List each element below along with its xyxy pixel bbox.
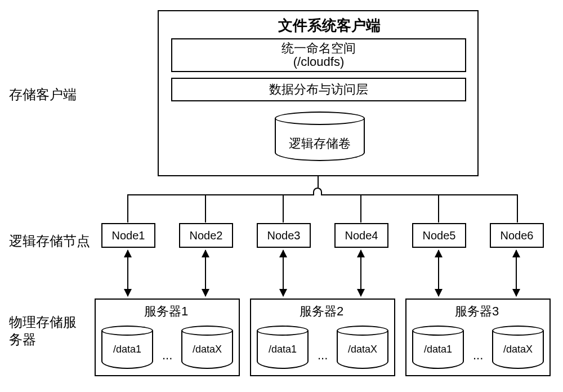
namespace-bottom: (/cloudfs) [293,55,344,69]
drop-2 [205,194,206,222]
node-5: Node5 [412,223,466,248]
drop-5 [438,194,439,222]
client-title: 文件系统客户端 [259,16,400,35]
server-3-title: 服务器3 [455,303,499,320]
node-2: Node2 [179,223,233,248]
node-3: Node3 [257,223,311,248]
arrow-4 [360,250,361,296]
logical-volume-label: 逻辑存储卷 [275,135,365,152]
logical-volume-cylinder: 逻辑存储卷 [275,112,365,162]
label-logical-node: 逻辑存储节点 [9,232,90,250]
server-2-title: 服务器2 [300,303,343,320]
arrow-5 [438,250,439,296]
bracket-stem [318,176,319,188]
data-layer-label: 数据分布与访问层 [269,81,368,98]
bracket-top-left [128,194,314,195]
bracket-top-right [322,194,518,195]
bracket-notch [313,188,322,195]
node-1: Node1 [101,223,155,248]
server-3-disk-x: /dataX [492,326,544,369]
arrow-2 [205,250,206,296]
namespace-top: 统一命名空间 [282,42,356,55]
drop-3 [283,194,284,222]
drop-4 [360,194,361,222]
bracket-end-r [517,194,518,222]
arrow-1 [127,250,128,296]
node-4: Node4 [334,223,388,248]
node-6: Node6 [490,223,544,248]
server-1-disk-x: /dataX [181,326,233,369]
data-layer-box: 数据分布与访问层 [171,78,466,101]
server-1-disk-1: /data1 [101,326,153,369]
label-physical-server: 物理存储服务器 [9,313,82,348]
server-2-disk-1: /data1 [257,326,309,369]
arrow-6 [516,250,517,296]
bracket-end-l [127,194,128,222]
server-3-disk-1: /data1 [412,326,464,369]
server-3-ellipsis: ... [473,348,483,363]
server-1-title: 服务器1 [144,303,188,320]
server-1-ellipsis: ... [162,348,172,363]
server-2-ellipsis: ... [318,348,328,363]
namespace-box: 统一命名空间 (/cloudfs) [171,38,466,72]
label-storage-client: 存储客户端 [9,86,77,104]
server-2-disk-x: /dataX [337,326,388,369]
arrow-3 [283,250,284,296]
